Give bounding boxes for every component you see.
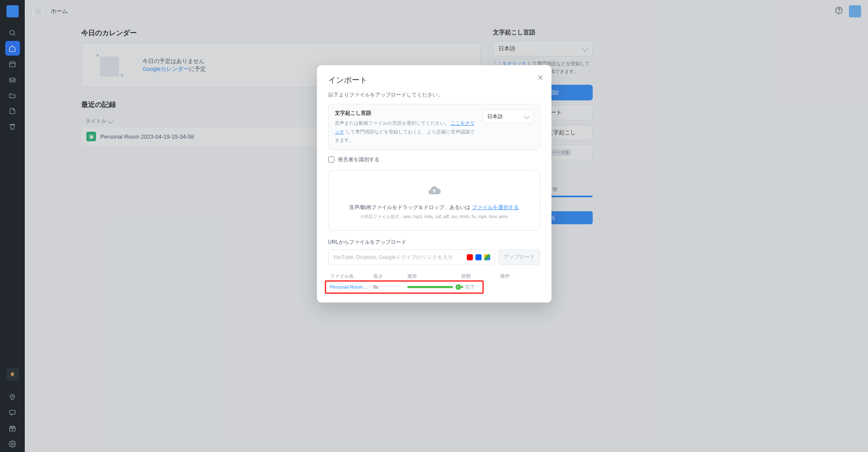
url-label: URLからファイルをアップロード: [328, 239, 540, 246]
upload-progress: ✓: [407, 284, 461, 290]
th-file: ファイル名: [330, 273, 373, 279]
formats-text: ※対応ファイル形式：wav, mp3, m4a, caf, aiff, avi,…: [333, 214, 535, 220]
check-icon: ✓: [455, 284, 461, 290]
gdrive-icon: [484, 254, 490, 260]
modal-title: インポート: [328, 75, 540, 85]
drop-text: 音声/動画ファイルをドラッグ＆ドロップ、あるいは: [349, 204, 472, 210]
modal-lang-desc-a: 音声または動画ファイルの言語を選択してください。: [335, 120, 449, 126]
import-modal: ✕ インポート 以下よりファイルをアップロードしてください。 文字起こし言語 音…: [317, 65, 551, 302]
dropzone[interactable]: 音声/動画ファイルをドラッグ＆ドロップ、あるいは ファイルを選択する ※対応ファ…: [328, 170, 540, 231]
th-progress: 進捗: [407, 273, 461, 279]
modal-lang-label: 文字起こし言語: [335, 110, 475, 117]
modal-lang-value: 日本語: [487, 113, 503, 120]
upload-button[interactable]: アップロード: [498, 249, 540, 265]
speaker-label: 発言者を識別する: [338, 156, 380, 163]
upload-length: 8s: [373, 284, 407, 289]
modal-language-box: 文字起こし言語 音声または動画ファイルの言語を選択してください。 ここをクリック…: [328, 104, 540, 150]
dropbox-icon: [475, 254, 482, 260]
chevron-down-icon: [525, 113, 529, 120]
cloud-upload-icon: [426, 184, 443, 198]
th-ops: 操作: [500, 273, 526, 279]
file-select-link[interactable]: ファイルを選択する: [472, 204, 519, 210]
youtube-icon: [467, 254, 473, 260]
close-icon[interactable]: ✕: [537, 73, 544, 83]
speaker-checkbox[interactable]: [328, 156, 334, 163]
th-state: 状態: [461, 273, 500, 279]
url-input[interactable]: [333, 254, 467, 260]
modal-lang-desc-b: して専門用語などを登録しておくと、より正確に音声認識できます。: [335, 129, 475, 143]
upload-row: Personal Room … 8s ✓ 完了: [328, 282, 540, 292]
modal-language-select[interactable]: 日本語: [482, 110, 534, 123]
url-input-wrap: [328, 249, 495, 265]
modal-subtitle: 以下よりファイルをアップロードしてください。: [328, 91, 540, 99]
speaker-identify-row[interactable]: 発言者を識別する: [328, 156, 540, 163]
upload-filename: Personal Room …: [330, 284, 373, 289]
th-length: 長さ: [373, 273, 407, 279]
upload-table: ファイル名 長さ 進捗 状態 操作 Personal Room … 8s ✓ 完…: [328, 273, 540, 292]
progress-bar: [407, 286, 453, 288]
upload-state: 完了: [461, 284, 500, 290]
